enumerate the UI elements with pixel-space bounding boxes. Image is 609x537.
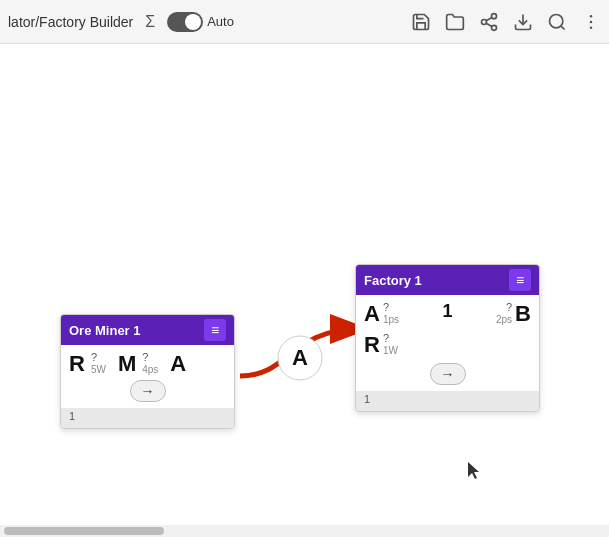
sigma-icon[interactable]: Σ <box>141 13 159 31</box>
pin-m-label: M <box>118 353 136 375</box>
factory-pin-b-meta: ? 2ps <box>496 301 512 326</box>
factory-pin-a: A ? 1ps <box>364 301 399 326</box>
factory-pin-b-q: ? <box>506 301 512 314</box>
factory-center: 1 <box>403 301 492 322</box>
svg-line-7 <box>561 25 565 29</box>
toolbar-icons <box>411 12 601 32</box>
pin-r-rate: 5W <box>91 364 106 376</box>
pin-m-meta: ? 4ps <box>142 351 158 376</box>
factory-pin-r-rate: 1W <box>383 345 398 357</box>
ore-miner-node: Ore Miner 1 ≡ R ? 5W M ? 4ps A <box>60 314 235 429</box>
svg-point-8 <box>590 14 593 16</box>
pin-r-meta: ? 5W <box>91 351 106 376</box>
factory-arrow-button[interactable]: → <box>430 363 466 385</box>
ore-miner-footer: 1 <box>61 408 234 428</box>
svg-point-0 <box>492 13 497 18</box>
factory-pin-b-label: B <box>515 303 531 325</box>
factory-pin-r-meta: ? 1W <box>383 332 398 357</box>
horizontal-scrollbar[interactable] <box>0 525 609 537</box>
toggle-track[interactable] <box>167 12 203 32</box>
svg-point-11 <box>278 336 322 380</box>
factory-footer: 1 <box>356 391 539 411</box>
factory-menu-button[interactable]: ≡ <box>509 269 531 291</box>
scrollbar-thumb[interactable] <box>4 527 164 535</box>
pin-a-out-label: A <box>170 353 186 375</box>
factory-pin-r-label: R <box>364 334 380 356</box>
search-icon[interactable] <box>547 12 567 32</box>
pin-r-label: R <box>69 353 85 375</box>
factory-title: Factory 1 <box>364 273 422 288</box>
svg-point-2 <box>492 25 497 30</box>
factory-pin-a-label: A <box>364 303 380 325</box>
svg-text:A: A <box>292 345 308 370</box>
save-icon[interactable] <box>411 12 431 32</box>
factory-pin-a-q: ? <box>383 301 399 314</box>
pin-m-q: ? <box>142 351 158 364</box>
factory-pin-b-rate: 2ps <box>496 314 512 326</box>
svg-line-4 <box>486 17 492 20</box>
ore-miner-header: Ore Miner 1 ≡ <box>61 315 234 345</box>
svg-point-9 <box>590 20 593 23</box>
factory-pin-r: R ? 1W <box>364 332 399 357</box>
factory-node: Factory 1 ≡ A ? 1ps R ? 1W <box>355 264 540 412</box>
svg-point-1 <box>482 19 487 24</box>
ore-miner-title: Ore Miner 1 <box>69 323 141 338</box>
svg-point-6 <box>550 14 563 27</box>
canvas: A Ore Miner 1 ≡ R ? 5W M ? 4ps <box>0 44 609 537</box>
toolbar: lator/Factory Builder Σ Auto <box>0 0 609 44</box>
factory-right-pins: ? 2ps B <box>496 301 531 326</box>
factory-body: A ? 1ps R ? 1W 1 <box>356 295 539 363</box>
factory-pin-a-meta: ? 1ps <box>383 301 399 326</box>
ore-miner-menu-button[interactable]: ≡ <box>204 319 226 341</box>
cursor <box>468 462 482 483</box>
download-icon[interactable] <box>513 12 533 32</box>
factory-header: Factory 1 ≡ <box>356 265 539 295</box>
app-title: lator/Factory Builder <box>8 14 133 30</box>
ore-miner-pin-row: R ? 5W M ? 4ps A <box>69 351 226 376</box>
toggle-thumb <box>185 14 201 30</box>
factory-pin-b: ? 2ps B <box>496 301 531 326</box>
more-icon[interactable] <box>581 12 601 32</box>
ore-miner-body: R ? 5W M ? 4ps A → <box>61 345 234 408</box>
factory-pin-a-rate: 1ps <box>383 314 399 326</box>
auto-toggle[interactable]: Auto <box>167 12 234 32</box>
svg-line-3 <box>486 23 492 26</box>
factory-center-number: 1 <box>442 301 452 322</box>
pin-r-q: ? <box>91 351 106 364</box>
ore-miner-arrow-button[interactable]: → <box>130 380 166 402</box>
factory-left-pins: A ? 1ps R ? 1W <box>364 301 399 357</box>
auto-label: Auto <box>207 14 234 29</box>
factory-pin-r-q: ? <box>383 332 398 345</box>
pin-m-rate: 4ps <box>142 364 158 376</box>
svg-point-10 <box>590 26 593 29</box>
share-icon[interactable] <box>479 12 499 32</box>
folder-icon[interactable] <box>445 12 465 32</box>
